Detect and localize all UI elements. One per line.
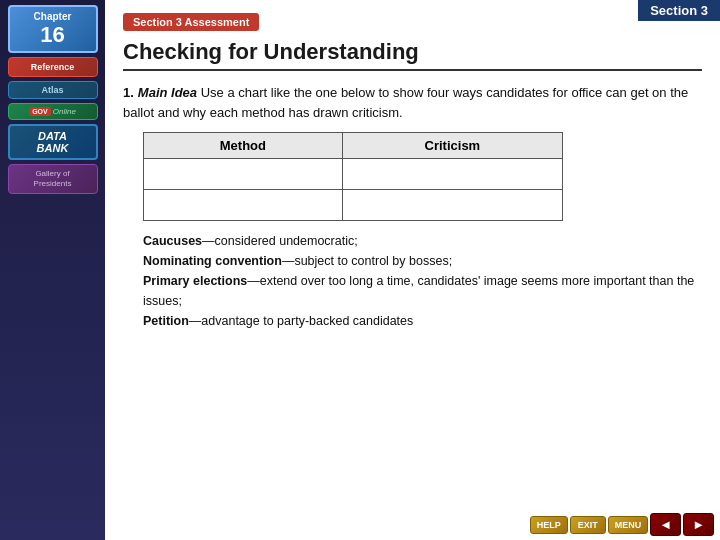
gallery-line2: Presidents bbox=[13, 179, 93, 189]
table-cell bbox=[144, 190, 343, 221]
question-number: 1. bbox=[123, 85, 134, 100]
page-title: Checking for Understanding bbox=[123, 39, 702, 71]
sidebar-item-gallery[interactable]: Gallery of Presidents bbox=[8, 164, 98, 193]
data-label-line2: BANK bbox=[14, 142, 92, 154]
sidebar: Chapter 16 Reference Atlas GOV Online DA… bbox=[0, 0, 105, 540]
sidebar-item-government[interactable]: GOV Online bbox=[8, 103, 98, 120]
nav-next-button[interactable]: ► bbox=[683, 513, 714, 536]
table-cell bbox=[144, 159, 343, 190]
table-cell bbox=[342, 190, 562, 221]
question-text: Use a chart like the one below to show f… bbox=[123, 85, 688, 120]
answer-caucuses-label: Caucuses bbox=[143, 234, 202, 248]
gallery-line1: Gallery of bbox=[13, 169, 93, 179]
sidebar-item-reference[interactable]: Reference bbox=[8, 57, 98, 77]
sidebar-item-atlas[interactable]: Atlas bbox=[8, 81, 98, 99]
reference-label: Reference bbox=[13, 62, 93, 72]
sidebar-item-databank[interactable]: DATA BANK bbox=[8, 124, 98, 160]
assessment-badge: Section 3 Assessment bbox=[123, 13, 259, 31]
answer-convention-label: Nominating convention bbox=[143, 254, 282, 268]
table-header-method: Method bbox=[144, 133, 343, 159]
answer-caucuses-text: —considered undemocratic; bbox=[202, 234, 358, 248]
table-row bbox=[144, 190, 563, 221]
atlas-label: Atlas bbox=[12, 85, 94, 95]
bottom-toolbar: HELP EXIT MENU ◄ ► bbox=[524, 509, 720, 540]
section-header: Section 3 bbox=[638, 0, 720, 21]
help-button[interactable]: HELP bbox=[530, 516, 568, 534]
data-label-line1: DATA bbox=[14, 130, 92, 142]
method-criticism-table: Method Criticism bbox=[143, 132, 563, 221]
main-idea-label: Main Idea bbox=[138, 85, 197, 100]
answer-primary-label: Primary elections bbox=[143, 274, 247, 288]
answer-convention-text: —subject to control by bosses; bbox=[282, 254, 452, 268]
answer-petition-text: —advantage to party-backed candidates bbox=[189, 314, 413, 328]
menu-button[interactable]: MENU bbox=[608, 516, 649, 534]
gov-logo: GOV bbox=[29, 107, 51, 116]
table-cell bbox=[342, 159, 562, 190]
main-content: Section 3 Assessment Checking for Unders… bbox=[105, 0, 720, 540]
table-header-criticism: Criticism bbox=[342, 133, 562, 159]
table-row bbox=[144, 159, 563, 190]
nav-prev-button[interactable]: ◄ bbox=[650, 513, 681, 536]
gov-sublabel: Online bbox=[53, 107, 76, 116]
chapter-box[interactable]: Chapter 16 bbox=[8, 5, 98, 53]
question-block: 1.Main Idea Use a chart like the one bel… bbox=[123, 83, 702, 122]
chapter-number: 16 bbox=[16, 23, 90, 47]
answer-section: Caucuses—considered undemocratic; Nomina… bbox=[143, 231, 702, 331]
answer-petition-label: Petition bbox=[143, 314, 189, 328]
exit-button[interactable]: EXIT bbox=[570, 516, 606, 534]
